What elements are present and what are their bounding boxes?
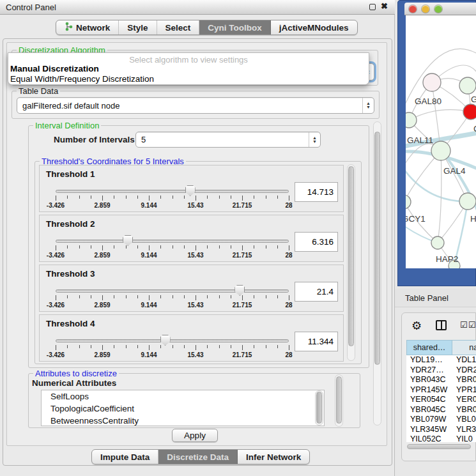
- table-cell: YBR0: [452, 405, 476, 415]
- threshold-slider-thumb[interactable]: [185, 185, 196, 196]
- threshold-slider-track[interactable]: [56, 240, 289, 243]
- split-columns-icon[interactable]: [436, 320, 447, 330]
- attributes-title: Attributes to discretize: [33, 369, 119, 378]
- attributes-pane-scrollbar[interactable]: [335, 374, 343, 427]
- tab-impute-data[interactable]: Impute Data: [92, 450, 158, 464]
- tick-mark: [102, 295, 103, 300]
- table-row[interactable]: YPR145WYPR1: [406, 385, 476, 395]
- settings-scrollbar[interactable]: [373, 121, 381, 426]
- network-node[interactable]: [431, 141, 450, 160]
- close-traffic-light[interactable]: [409, 5, 417, 13]
- table-cell: YDR2: [452, 365, 476, 376]
- threshold-value-field[interactable]: 6.316: [295, 232, 338, 252]
- tick-mark: [173, 295, 173, 298]
- num-intervals-label: Number of Intervals: [54, 135, 135, 144]
- threshold-label: Threshold 3: [46, 269, 95, 279]
- panel-title: Control Panel: [6, 3, 56, 12]
- tick-label: 28: [285, 252, 292, 259]
- tick-mark: [196, 295, 196, 300]
- float-window-icon[interactable]: [369, 4, 376, 10]
- tab-discretize-data[interactable]: Discretize Data: [158, 450, 238, 464]
- network-node[interactable]: [463, 104, 476, 119]
- tab-label: Select: [165, 23, 191, 33]
- tick-label: 2.859: [94, 351, 110, 358]
- tab-jactivemnodules[interactable]: jActiveMNodules: [271, 20, 357, 35]
- threshold-value-field[interactable]: 14.713: [295, 182, 338, 202]
- column-header[interactable]: shared…: [406, 340, 452, 355]
- tick-mark: [56, 196, 56, 201]
- control-panel-tabs: NetworkStyleSelectCyni ToolboxjActiveMNo…: [56, 20, 358, 35]
- thresholds-scrollbar[interactable]: [347, 164, 355, 361]
- tick-label: 15.43: [187, 302, 203, 309]
- table-row[interactable]: YER054CYER0: [406, 395, 476, 405]
- threshold-slider-track[interactable]: [56, 289, 289, 293]
- tick-mark: [79, 245, 80, 249]
- tick-mark: [160, 295, 161, 298]
- table-cell: YBR045C: [406, 405, 452, 415]
- checkbox-icon[interactable]: ☑: [460, 320, 468, 330]
- table-data-combobox[interactable]: galFiltered.sif default node ▲▼: [17, 97, 374, 114]
- tick-mark: [102, 245, 103, 250]
- tick-mark: [149, 245, 150, 250]
- tick-mark: [277, 196, 278, 199]
- table-row[interactable]: YDL19…YDL1: [406, 355, 476, 365]
- threshold-label: Threshold 1: [46, 169, 95, 179]
- threshold-slider-track[interactable]: [56, 190, 289, 193]
- network-canvas[interactable]: GAL80GCGAL11GAL4GCY1HHAP2: [406, 15, 476, 268]
- table-horizontal-scrollbar[interactable]: [407, 444, 471, 449]
- threshold-slider-thumb[interactable]: [123, 235, 133, 246]
- minimize-traffic-light[interactable]: [422, 5, 429, 13]
- tab-cyni-toolbox[interactable]: Cyni Toolbox: [199, 20, 271, 35]
- algorithm-option[interactable]: Manual Discretization: [8, 64, 369, 74]
- threshold-slider-thumb[interactable]: [160, 335, 171, 346]
- threshold-value-field[interactable]: 21.4: [295, 282, 338, 302]
- table-row[interactable]: YIL052CYIL0: [406, 434, 476, 442]
- column-header[interactable]: na…: [452, 340, 476, 355]
- network-node[interactable]: [431, 236, 444, 249]
- tab-style[interactable]: Style: [119, 20, 157, 35]
- close-icon[interactable]: ✖: [381, 1, 388, 11]
- attributes-list-scrollbar[interactable]: [315, 390, 323, 426]
- popup-placeholder-item[interactable]: Select algorithm to view settings: [8, 53, 369, 64]
- tick-mark: [102, 196, 103, 201]
- tick-mark: [254, 295, 254, 298]
- table-row[interactable]: YDR27…YDR2: [406, 365, 476, 376]
- tick-label: -3.426: [47, 351, 65, 358]
- attribute-list-item[interactable]: SelfLoops: [42, 390, 324, 403]
- network-node[interactable]: [406, 195, 411, 209]
- table-row[interactable]: YBL079WYBL0: [406, 415, 476, 425]
- zoom-traffic-light[interactable]: [434, 5, 442, 13]
- tick-label: 2.859: [94, 252, 110, 259]
- network-node[interactable]: [423, 73, 441, 91]
- tab-select[interactable]: Select: [157, 20, 200, 35]
- attribute-list-item[interactable]: TopologicalCoefficient: [42, 403, 324, 415]
- algorithm-option[interactable]: Equal Width/Frequency Discretization: [8, 74, 369, 84]
- tab-label: Network: [76, 23, 110, 33]
- num-intervals-combobox[interactable]: 5 ▲▼: [135, 132, 321, 148]
- table-row[interactable]: YBR043CYBR0: [406, 375, 476, 385]
- threshold-value-field[interactable]: 11.344: [295, 332, 338, 351]
- tick-mark: [79, 345, 80, 348]
- tick-label: 28: [285, 351, 292, 358]
- table-row[interactable]: YBR045CYBR0: [406, 405, 476, 415]
- apply-button[interactable]: Apply: [172, 429, 218, 442]
- gear-icon[interactable]: ⚙: [411, 319, 422, 333]
- combo-stepper-icon: ▲▼: [362, 98, 374, 113]
- node-label: HAP2: [436, 254, 458, 264]
- tick-label: 2.859: [94, 202, 110, 209]
- tab-label: jActiveMNodules: [279, 23, 349, 33]
- tick-mark: [231, 196, 231, 199]
- table-cell: YBR0: [452, 375, 476, 385]
- checkbox-icon[interactable]: ☑: [468, 320, 476, 330]
- network-node[interactable]: [459, 193, 476, 210]
- network-node[interactable]: [406, 112, 417, 128]
- tick-mark: [184, 295, 185, 298]
- threshold-slider-track[interactable]: [56, 339, 289, 342]
- network-node[interactable]: [459, 77, 476, 94]
- tab-infer-network[interactable]: Infer Network: [238, 450, 309, 464]
- table-row[interactable]: YLR345WYLR3: [406, 425, 476, 435]
- tick-label: 15.43: [187, 351, 203, 358]
- tab-network[interactable]: Network: [56, 20, 119, 35]
- threshold-slider-thumb[interactable]: [234, 285, 245, 296]
- attribute-list-item[interactable]: BetweennessCentrality: [42, 415, 324, 426]
